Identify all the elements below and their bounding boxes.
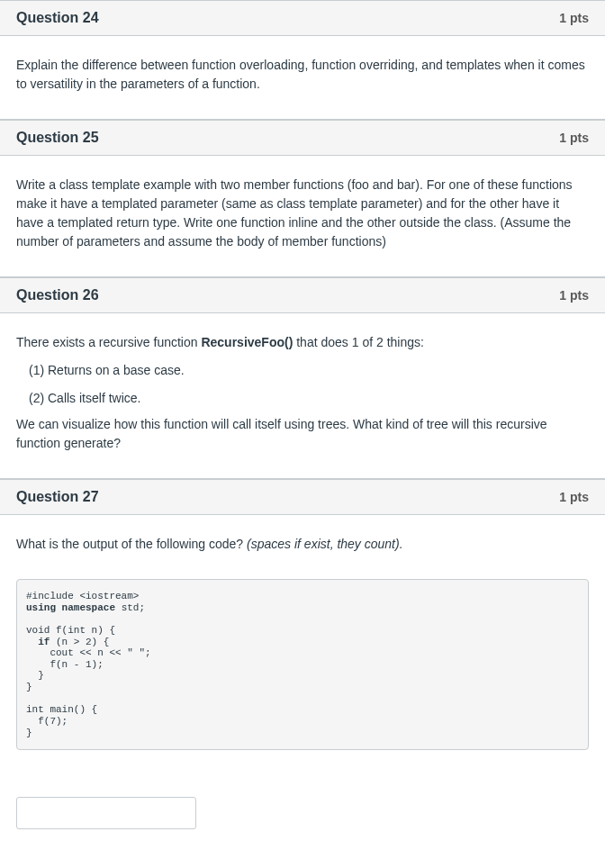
code-line: void f(int n) { [26, 625, 115, 636]
code-line: } [26, 682, 32, 692]
code-block: #include <iostream> using namespace std;… [16, 579, 589, 750]
code-line: } [26, 670, 44, 681]
question-title: Question 24 [16, 10, 99, 26]
question-prompt: What is the output of the following code… [16, 535, 589, 554]
code-line: int main() { [26, 704, 97, 715]
question-points: 1 pts [559, 288, 589, 303]
question-title: Question 26 [16, 287, 99, 303]
question-header: Question 27 1 pts [0, 480, 605, 515]
question-title: Question 25 [16, 130, 99, 146]
code-line: #include <iostream> [26, 591, 139, 601]
option-2: (2) Calls itself twice. [16, 389, 589, 408]
code-line: cout << n << " "; [26, 647, 151, 658]
question-body: What is the output of the following code… [0, 515, 605, 849]
question-body: There exists a recursive function Recurs… [0, 313, 605, 478]
intro-post: that does 1 of 2 things: [293, 335, 424, 349]
question-header: Question 25 1 pts [0, 121, 605, 156]
question-body: Write a class template example with two … [0, 156, 605, 276]
question-points: 1 pts [559, 490, 589, 504]
question-25: Question 25 1 pts Write a class template… [0, 120, 605, 277]
question-closing: We can visualize how this function will … [16, 415, 589, 453]
question-body: Explain the difference between function … [0, 36, 605, 119]
prompt-pre: What is the output of the following code… [16, 537, 247, 551]
code-keyword: if [26, 637, 50, 647]
question-points: 1 pts [559, 131, 589, 145]
answer-input[interactable] [16, 797, 196, 829]
question-text: Write a class template example with two … [16, 176, 589, 251]
question-header: Question 26 1 pts [0, 278, 605, 313]
code-line: std; [115, 602, 145, 613]
code-line: (n > 2) { [50, 637, 109, 647]
question-intro: There exists a recursive function Recurs… [16, 333, 589, 352]
code-line: } [26, 728, 32, 738]
question-26: Question 26 1 pts There exists a recursi… [0, 277, 605, 479]
question-24: Question 24 1 pts Explain the difference… [0, 0, 605, 120]
code-line: f(n - 1); [26, 659, 104, 670]
prompt-em: (spaces if exist, they count). [247, 537, 403, 551]
question-points: 1 pts [559, 11, 589, 25]
intro-pre: There exists a recursive function [16, 335, 201, 349]
question-27: Question 27 1 pts What is the output of … [0, 479, 605, 849]
function-name: RecursiveFoo() [201, 335, 293, 349]
code-keyword: using namespace [26, 602, 115, 613]
question-title: Question 27 [16, 489, 99, 505]
option-1: (1) Returns on a base case. [16, 361, 589, 380]
question-header: Question 24 1 pts [0, 1, 605, 36]
question-text: Explain the difference between function … [16, 56, 589, 94]
code-line: f(7); [26, 716, 68, 727]
